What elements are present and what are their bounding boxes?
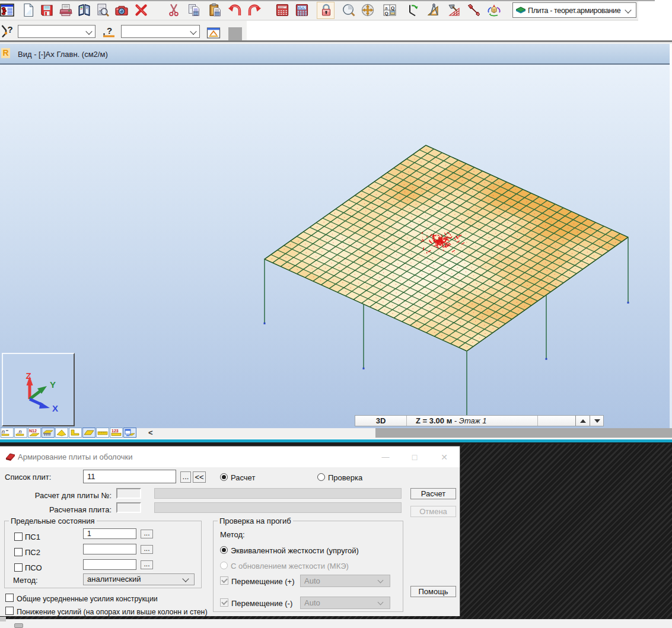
svg-text:123: 123 bbox=[112, 429, 119, 433]
svg-text:Z: Z bbox=[26, 371, 31, 381]
svg-text:n: n bbox=[2, 429, 5, 435]
svg-text:.n: .n bbox=[17, 429, 22, 435]
svg-text:Y: Y bbox=[50, 380, 56, 390]
svg-text:N12: N12 bbox=[29, 429, 37, 433]
svg-text:X: X bbox=[52, 403, 58, 413]
